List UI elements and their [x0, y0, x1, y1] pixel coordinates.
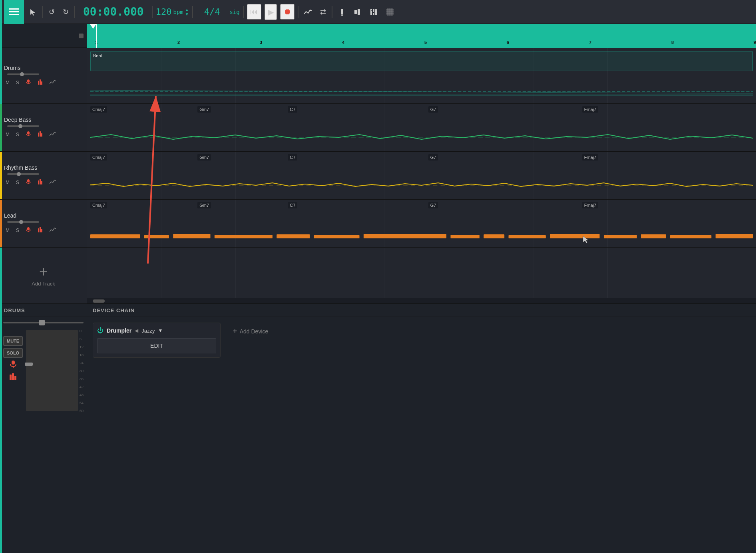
horizontal-scrollbar[interactable] [87, 298, 756, 303]
deep-bass-mute-button[interactable]: M [4, 131, 11, 138]
cursor-tool-button[interactable] [27, 6, 39, 18]
svg-rect-35 [40, 227, 41, 232]
track-name-rhythm-bass: Rhythm Bass [4, 165, 83, 171]
lead-chord-5: Fmaj7 [582, 202, 599, 208]
main-fader[interactable] [26, 330, 78, 411]
preset-dropdown-button[interactable]: ▼ [158, 328, 163, 333]
device-power-button[interactable]: ⏻ [97, 327, 103, 334]
svg-rect-52 [604, 235, 637, 238]
menu-button[interactable] [4, 0, 24, 24]
separator-7 [332, 6, 332, 18]
drums-volume-slider[interactable] [7, 73, 39, 75]
grid-button[interactable] [384, 6, 396, 18]
deep-bass-automation-button[interactable] [48, 130, 58, 139]
lead-mute-button[interactable]: M [4, 227, 11, 234]
rhythm-bass-volume-slider[interactable] [7, 173, 39, 175]
drums-solo-button[interactable]: S [14, 79, 21, 86]
svg-rect-4 [358, 9, 360, 15]
rhythm-bass-color-strip [0, 152, 2, 199]
rhythm-bass-automation-button[interactable] [48, 178, 58, 186]
deep-bass-volume-slider[interactable] [7, 125, 39, 127]
track-list: Drums M S [0, 24, 87, 303]
svg-rect-22 [27, 131, 30, 135]
quantize-button[interactable] [352, 6, 364, 18]
lead-pattern-svg [90, 233, 753, 240]
undo-button[interactable]: ↺ [46, 5, 57, 19]
rhythm-bass-mute-button[interactable]: M [4, 179, 11, 186]
metronome-button[interactable] [336, 6, 348, 18]
deep-bass-eq-button[interactable] [36, 130, 45, 139]
ruler-mark-5: 5 [424, 40, 427, 45]
rhythm-bass-mic-button[interactable] [24, 178, 33, 186]
empty-lane[interactable] [87, 248, 756, 298]
svg-rect-24 [38, 133, 39, 137]
track-name-lead: Lead [4, 212, 83, 219]
svg-rect-47 [364, 234, 446, 238]
preset-arrow-left[interactable]: ◀ [135, 328, 138, 333]
drums-solo-main-button[interactable]: SOLO [3, 348, 23, 358]
drums-eq-main-button[interactable] [9, 373, 17, 383]
drums-eq-button[interactable] [36, 78, 45, 87]
deep-bass-mic-button[interactable] [24, 130, 33, 139]
device-edit-button[interactable]: EDIT [97, 338, 216, 353]
lead-lane[interactable]: Cmaj7 Gm7 C7 G7 Fmaj7 [87, 200, 756, 248]
lead-eq-button[interactable] [36, 226, 45, 234]
svg-rect-3 [354, 10, 357, 14]
rhythm-bass-pattern-svg [90, 179, 753, 191]
rhythm-bass-solo-button[interactable]: S [14, 179, 21, 186]
lead-solo-button[interactable]: S [14, 227, 21, 234]
deep-bass-lane[interactable]: Cmaj7 Gm7 C7 G7 Fmaj7 [87, 104, 756, 152]
settings-button[interactable] [368, 6, 380, 18]
back-to-start-button[interactable]: ⏮ [247, 4, 261, 20]
add-device-plus-icon: + [233, 327, 237, 336]
sig-group: 4/4 sig [196, 7, 240, 17]
svg-rect-10 [376, 10, 376, 10]
play-button[interactable]: ▶ [265, 4, 277, 20]
drums-color-strip [0, 0, 2, 553]
deep-bass-solo-button[interactable]: S [14, 131, 21, 138]
drums-automation-button[interactable] [48, 78, 58, 87]
svg-rect-30 [40, 179, 41, 184]
drums-mute-button[interactable]: M [4, 79, 11, 86]
scroll-thumb[interactable] [93, 299, 105, 303]
loop-button[interactable]: ⇄ [318, 5, 328, 19]
deep-bass-chord-5: Fmaj7 [582, 106, 599, 113]
ruler-mark-2: 2 [177, 40, 180, 45]
drums-lane[interactable]: Beat [87, 48, 756, 104]
track-header-row [0, 24, 87, 48]
add-track-plus: + [39, 265, 48, 279]
add-track-area[interactable]: + Add Track [0, 248, 87, 303]
drums-h-slider[interactable] [3, 322, 84, 323]
svg-rect-51 [550, 234, 599, 238]
redo-button[interactable]: ↻ [60, 5, 71, 19]
sig-unit: sig [229, 9, 239, 15]
svg-rect-55 [716, 234, 753, 238]
lead-volume-slider[interactable] [7, 221, 39, 223]
record-button[interactable]: ⏺ [280, 4, 294, 20]
svg-rect-5 [370, 9, 372, 15]
automation-button[interactable] [302, 6, 314, 18]
rhythm-bass-eq-button[interactable] [36, 178, 45, 186]
bpm-arrows[interactable]: ▲▼ [185, 8, 189, 16]
drums-mic-main-button[interactable] [9, 360, 17, 370]
deep-bass-chord-2: Gm7 [197, 106, 211, 113]
drums-clip-label: Beat [91, 52, 752, 59]
drums-panel-header: DRUMS [0, 304, 87, 317]
svg-rect-29 [38, 180, 39, 184]
rhythm-bass-lane[interactable]: Cmaj7 Gm7 C7 G7 Fmaj7 [87, 152, 756, 200]
timeline-ruler[interactable]: 1 2 3 4 5 6 7 8 9 [87, 24, 756, 48]
mute-solo-col: MUTE SOLO [3, 328, 23, 383]
svg-rect-32 [27, 227, 30, 230]
lead-automation-button[interactable] [48, 226, 58, 234]
separator-1 [42, 6, 43, 18]
drums-mic-button[interactable] [24, 78, 33, 87]
main-area: Drums M S [0, 24, 756, 553]
cursor-indicator [582, 235, 590, 243]
drums-clip[interactable]: Beat [90, 51, 753, 71]
rhythm-bass-controls: M S [4, 178, 83, 186]
drums-mute-main-button[interactable]: MUTE [3, 336, 23, 346]
separator-5 [243, 6, 244, 18]
add-device-button[interactable]: + Add Device [229, 323, 272, 340]
lead-chord-4: G7 [428, 202, 438, 208]
lead-mic-button[interactable] [24, 226, 33, 234]
